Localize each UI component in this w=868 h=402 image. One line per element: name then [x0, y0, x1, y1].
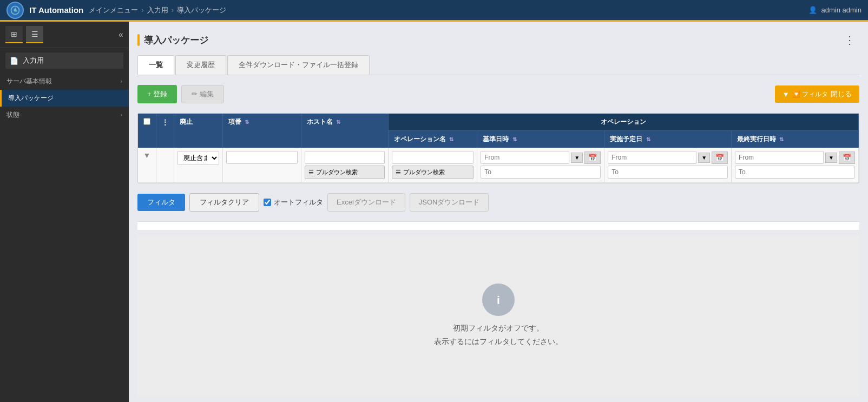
lastrun-from-dropdown[interactable]: ▼ — [825, 153, 837, 163]
main-layout: ⊞ ☰ « 📄 入力用 サーバ基本情報 › 導入パッケージ 状態 › — [0, 22, 868, 402]
th-item-no: 項番 ⇅ — [223, 114, 301, 131]
dropdown-icon: ☰ — [308, 169, 314, 176]
svg-text:i: i — [497, 293, 500, 306]
operation-name-input[interactable] — [392, 151, 474, 164]
sidebar-collapse-btn[interactable]: « — [119, 30, 123, 39]
sidebar-section-label: 入力用 — [23, 56, 44, 65]
sidebar-list-icon-btn[interactable]: ☰ — [26, 26, 43, 43]
page-title-bar: 導入パッケージ — [137, 34, 208, 47]
sidebar-section-title: 📄 入力用 — [5, 52, 123, 69]
select-all-checkbox[interactable] — [143, 118, 150, 125]
filter-col-item-no — [223, 148, 301, 183]
lastrun-from-cal-btn[interactable]: 📅 — [839, 151, 855, 164]
kijun-date-range: ▼ 📅 — [481, 151, 601, 179]
page-header: 導入パッケージ ⋮ — [137, 27, 859, 50]
breadcrumb-item-1[interactable]: 入力用 — [147, 5, 168, 15]
empty-line-1: 初期フィルタがオフです。 — [434, 321, 563, 335]
sort-lastrun-icon[interactable]: ⇅ — [779, 136, 784, 142]
topbar-right: 👤 admin admin — [808, 6, 862, 14]
filter-close-button[interactable]: ▼ 🔽 フィルタ 閉じる — [775, 85, 859, 103]
sort-kijun-icon[interactable]: ⇅ — [512, 136, 517, 142]
add-button[interactable]: + 登録 — [137, 85, 177, 103]
filter-col-kijun: ▼ 📅 — [477, 148, 604, 183]
th-jisshi-date: 実施予定日 ⇅ — [604, 131, 732, 148]
jisshi-to-input[interactable] — [608, 166, 728, 179]
sidebar-item-package[interactable]: 導入パッケージ — [0, 90, 129, 107]
operation-name-dropdown-btn[interactable]: ☰ プルダウン検索 — [392, 166, 474, 179]
lastrun-to-input[interactable] — [735, 166, 855, 179]
sidebar: ⊞ ☰ « 📄 入力用 サーバ基本情報 › 導入パッケージ 状態 › — [0, 22, 129, 402]
haishi-select[interactable]: 廃止含まず — [177, 151, 219, 165]
tab-download[interactable]: 全件ダウンロード・ファイル一括登録 — [227, 55, 370, 75]
th-check — [138, 114, 156, 131]
th-haishi: 廃止 — [174, 114, 223, 131]
app-title: IT Automation — [29, 5, 83, 15]
th-kijun-date: 基準日時 ⇅ — [477, 131, 604, 148]
jisshi-from-dropdown[interactable]: ▼ — [698, 153, 710, 163]
breadcrumb-item-2: 導入パッケージ — [177, 5, 226, 15]
dropdown-label: プルダウン検索 — [316, 168, 358, 176]
sort-host-icon[interactable]: ⇅ — [336, 119, 340, 125]
th-host-name: ホスト名 ⇅ — [301, 114, 388, 131]
filter-col-lastrun: ▼ 📅 — [732, 148, 859, 183]
sidebar-item-label-status: 状態 — [6, 110, 19, 120]
tab-list[interactable]: 一覧 — [137, 55, 174, 75]
kijun-from-cal-btn[interactable]: 📅 — [584, 151, 601, 164]
kijun-to-row — [481, 166, 601, 179]
jisshi-from-input[interactable] — [608, 151, 696, 164]
filter-bar: フィルタ フィルタクリア オートフィルタ Excelダウンロード JSONダウン… — [137, 189, 859, 216]
page-title: 導入パッケージ — [144, 34, 208, 47]
page-menu-btn[interactable]: ⋮ — [840, 32, 859, 48]
filter-icon: ▼ — [782, 90, 790, 98]
jisshi-date-range: ▼ 📅 — [608, 151, 728, 179]
breadcrumb-item-0[interactable]: メインメニュー — [89, 5, 138, 15]
sidebar-item-server[interactable]: サーバ基本情報 › — [0, 73, 129, 90]
item-no-input[interactable] — [226, 151, 298, 164]
kijun-from-row: ▼ 📅 — [481, 151, 601, 164]
empty-state-icon: i — [482, 284, 515, 316]
lastrun-to-row — [735, 166, 855, 179]
breadcrumb-sep-1: › — [172, 6, 174, 14]
content-area: 導入パッケージ ⋮ 一覧 変更履歴 全件ダウンロード・ファイル一括登録 + 登録… — [129, 22, 868, 402]
lastrun-date-range: ▼ 📅 — [735, 151, 855, 179]
json-download-btn: JSONダウンロード — [410, 193, 489, 212]
table-wrapper: ⋮ 廃止 項番 ⇅ ホスト名 ⇅ — [137, 113, 859, 183]
host-name-input[interactable] — [305, 151, 385, 164]
horizontal-scrollbar[interactable] — [137, 221, 859, 230]
filter-col-operation-name: ☰ プルダウン検索 — [388, 148, 477, 183]
lastrun-from-input[interactable] — [735, 151, 824, 164]
kijun-to-input[interactable] — [481, 166, 601, 179]
sidebar-icon-group: ⊞ ☰ — [5, 26, 43, 43]
column-menu-icon: ⋮ — [162, 118, 168, 126]
th-host-name2 — [301, 131, 388, 148]
th-check2 — [138, 131, 156, 148]
close-label: 閉じる — [831, 89, 852, 99]
kijun-from-input[interactable] — [481, 151, 569, 164]
filter-apply-btn[interactable]: フィルタ — [137, 194, 185, 211]
filter-row: ▼ 廃止含まず — [138, 148, 859, 183]
edit-button: ✏ 編集 — [181, 85, 224, 103]
sidebar-grid-icon-btn[interactable]: ⊞ — [5, 26, 23, 43]
sort-item-no-icon[interactable]: ⇅ — [245, 119, 249, 125]
excel-download-btn: Excelダウンロード — [327, 193, 405, 212]
filter-col-menu — [156, 148, 174, 183]
tab-history[interactable]: 変更履歴 — [175, 55, 226, 75]
sort-jisshi-icon[interactable]: ⇅ — [646, 136, 650, 142]
host-name-dropdown-btn[interactable]: ☰ プルダウン検索 — [305, 166, 385, 179]
jisshi-from-cal-btn[interactable]: 📅 — [712, 151, 728, 164]
table-header-group-row: ⋮ 廃止 項番 ⇅ ホスト名 ⇅ — [138, 114, 859, 131]
auto-filter-label: オートフィルタ — [264, 197, 323, 207]
filter-col-jisshi: ▼ 📅 — [604, 148, 732, 183]
kijun-from-dropdown[interactable]: ▼ — [571, 153, 583, 163]
filter-col-host-name: ☰ プルダウン検索 — [301, 148, 388, 183]
jisshi-from-row: ▼ 📅 — [608, 151, 728, 164]
filter-clear-btn[interactable]: フィルタクリア — [189, 193, 259, 212]
page-title-border — [137, 34, 140, 46]
sort-op-name-icon[interactable]: ⇅ — [449, 136, 453, 142]
op-dropdown-label: プルダウン検索 — [403, 168, 445, 176]
auto-filter-checkbox[interactable] — [264, 199, 271, 206]
data-table: ⋮ 廃止 項番 ⇅ ホスト名 ⇅ — [138, 114, 859, 183]
toolbar-left: + 登録 ✏ 編集 — [137, 85, 224, 103]
filter-label: 🔽 フィルタ — [792, 90, 828, 99]
sidebar-item-status[interactable]: 状態 › — [0, 107, 129, 123]
